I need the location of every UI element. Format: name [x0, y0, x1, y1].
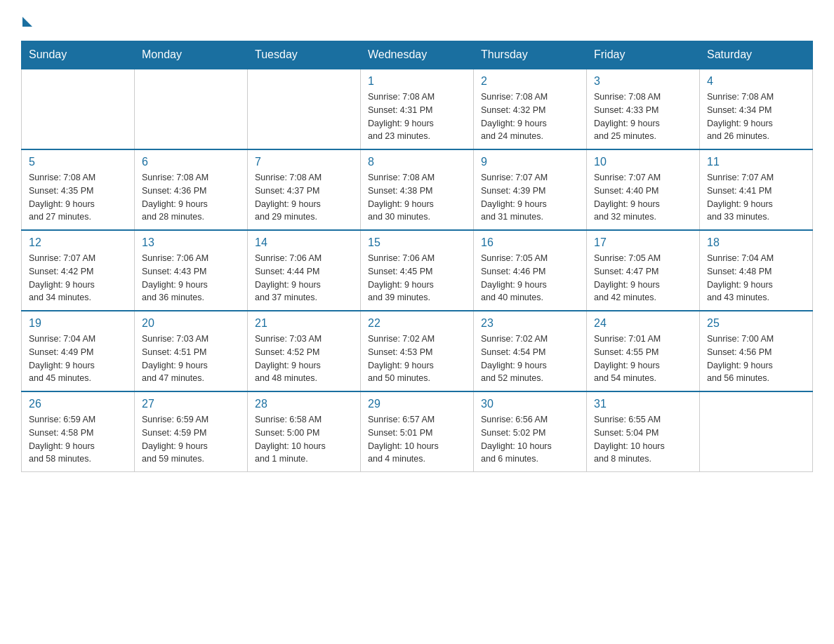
calendar-cell: 23Sunrise: 7:02 AM Sunset: 4:54 PM Dayli…	[474, 311, 587, 391]
calendar-cell	[135, 69, 248, 149]
calendar-cell: 16Sunrise: 7:05 AM Sunset: 4:46 PM Dayli…	[474, 230, 587, 311]
calendar-cell: 17Sunrise: 7:05 AM Sunset: 4:47 PM Dayli…	[587, 230, 700, 311]
day-header-wednesday: Wednesday	[361, 41, 474, 69]
calendar-cell: 10Sunrise: 7:07 AM Sunset: 4:40 PM Dayli…	[587, 149, 700, 230]
day-number: 2	[481, 75, 579, 88]
day-info: Sunrise: 7:08 AM Sunset: 4:38 PM Dayligh…	[368, 171, 466, 224]
day-number: 14	[255, 236, 353, 249]
day-number: 9	[481, 156, 579, 168]
week-row-3: 12Sunrise: 7:07 AM Sunset: 4:42 PM Dayli…	[22, 230, 813, 311]
day-header-friday: Friday	[587, 41, 700, 69]
day-info: Sunrise: 7:02 AM Sunset: 4:53 PM Dayligh…	[368, 333, 466, 385]
calendar-cell: 6Sunrise: 7:08 AM Sunset: 4:36 PM Daylig…	[135, 149, 248, 230]
day-info: Sunrise: 7:05 AM Sunset: 4:47 PM Dayligh…	[594, 252, 692, 304]
day-number: 12	[29, 236, 127, 249]
day-info: Sunrise: 7:02 AM Sunset: 4:54 PM Dayligh…	[481, 333, 579, 385]
calendar-cell: 22Sunrise: 7:02 AM Sunset: 4:53 PM Dayli…	[361, 311, 474, 391]
calendar-cell: 28Sunrise: 6:58 AM Sunset: 5:00 PM Dayli…	[248, 391, 361, 472]
day-info: Sunrise: 7:06 AM Sunset: 4:43 PM Dayligh…	[142, 252, 240, 304]
calendar-cell: 30Sunrise: 6:56 AM Sunset: 5:02 PM Dayli…	[474, 391, 587, 472]
day-number: 7	[255, 156, 353, 168]
day-number: 23	[481, 317, 579, 330]
calendar-cell: 15Sunrise: 7:06 AM Sunset: 4:45 PM Dayli…	[361, 230, 474, 311]
day-number: 29	[368, 398, 466, 410]
day-number: 15	[368, 236, 466, 249]
week-row-5: 26Sunrise: 6:59 AM Sunset: 4:58 PM Dayli…	[22, 391, 813, 472]
day-info: Sunrise: 6:58 AM Sunset: 5:00 PM Dayligh…	[255, 413, 353, 466]
day-header-monday: Monday	[135, 41, 248, 69]
calendar-cell: 19Sunrise: 7:04 AM Sunset: 4:49 PM Dayli…	[22, 311, 135, 391]
day-info: Sunrise: 7:06 AM Sunset: 4:45 PM Dayligh…	[368, 252, 466, 304]
day-info: Sunrise: 7:04 AM Sunset: 4:49 PM Dayligh…	[29, 333, 127, 385]
day-info: Sunrise: 7:08 AM Sunset: 4:35 PM Dayligh…	[29, 171, 127, 224]
calendar-cell: 26Sunrise: 6:59 AM Sunset: 4:58 PM Dayli…	[22, 391, 135, 472]
day-info: Sunrise: 7:03 AM Sunset: 4:51 PM Dayligh…	[142, 333, 240, 385]
day-number: 30	[481, 398, 579, 410]
day-number: 21	[255, 317, 353, 330]
calendar-cell: 2Sunrise: 7:08 AM Sunset: 4:32 PM Daylig…	[474, 69, 587, 149]
day-info: Sunrise: 7:08 AM Sunset: 4:37 PM Dayligh…	[255, 171, 353, 224]
day-info: Sunrise: 7:07 AM Sunset: 4:41 PM Dayligh…	[707, 171, 805, 224]
day-number: 16	[481, 236, 579, 249]
day-info: Sunrise: 6:56 AM Sunset: 5:02 PM Dayligh…	[481, 413, 579, 466]
calendar-cell: 25Sunrise: 7:00 AM Sunset: 4:56 PM Dayli…	[700, 311, 813, 391]
day-info: Sunrise: 7:07 AM Sunset: 4:39 PM Dayligh…	[481, 171, 579, 224]
calendar-cell	[248, 69, 361, 149]
day-number: 27	[142, 398, 240, 410]
calendar-cell: 7Sunrise: 7:08 AM Sunset: 4:37 PM Daylig…	[248, 149, 361, 230]
day-number: 6	[142, 156, 240, 168]
week-row-2: 5Sunrise: 7:08 AM Sunset: 4:35 PM Daylig…	[22, 149, 813, 230]
calendar-cell	[700, 391, 813, 472]
calendar-cell: 14Sunrise: 7:06 AM Sunset: 4:44 PM Dayli…	[248, 230, 361, 311]
calendar-header-row: SundayMondayTuesdayWednesdayThursdayFrid…	[22, 41, 813, 69]
day-number: 13	[142, 236, 240, 249]
day-info: Sunrise: 7:03 AM Sunset: 4:52 PM Dayligh…	[255, 333, 353, 385]
day-number: 11	[707, 156, 805, 168]
day-number: 8	[368, 156, 466, 168]
day-number: 24	[594, 317, 692, 330]
calendar-cell: 21Sunrise: 7:03 AM Sunset: 4:52 PM Dayli…	[248, 311, 361, 391]
day-info: Sunrise: 7:08 AM Sunset: 4:32 PM Dayligh…	[481, 90, 579, 143]
day-header-sunday: Sunday	[22, 41, 135, 69]
week-row-1: 1Sunrise: 7:08 AM Sunset: 4:31 PM Daylig…	[22, 69, 813, 149]
week-row-4: 19Sunrise: 7:04 AM Sunset: 4:49 PM Dayli…	[22, 311, 813, 391]
calendar-cell: 4Sunrise: 7:08 AM Sunset: 4:34 PM Daylig…	[700, 69, 813, 149]
day-number: 4	[707, 75, 805, 88]
calendar-cell: 9Sunrise: 7:07 AM Sunset: 4:39 PM Daylig…	[474, 149, 587, 230]
day-info: Sunrise: 6:59 AM Sunset: 4:58 PM Dayligh…	[29, 413, 127, 466]
day-info: Sunrise: 7:07 AM Sunset: 4:40 PM Dayligh…	[594, 171, 692, 224]
calendar-cell: 3Sunrise: 7:08 AM Sunset: 4:33 PM Daylig…	[587, 69, 700, 149]
calendar-cell: 27Sunrise: 6:59 AM Sunset: 4:59 PM Dayli…	[135, 391, 248, 472]
day-header-thursday: Thursday	[474, 41, 587, 69]
day-info: Sunrise: 7:00 AM Sunset: 4:56 PM Dayligh…	[707, 333, 805, 385]
day-number: 26	[29, 398, 127, 410]
calendar-cell: 8Sunrise: 7:08 AM Sunset: 4:38 PM Daylig…	[361, 149, 474, 230]
day-info: Sunrise: 6:55 AM Sunset: 5:04 PM Dayligh…	[594, 413, 692, 466]
logo-triangle-icon	[22, 17, 32, 27]
calendar-cell: 29Sunrise: 6:57 AM Sunset: 5:01 PM Dayli…	[361, 391, 474, 472]
day-header-saturday: Saturday	[700, 41, 813, 69]
day-number: 5	[29, 156, 127, 168]
calendar-cell: 24Sunrise: 7:01 AM Sunset: 4:55 PM Dayli…	[587, 311, 700, 391]
day-info: Sunrise: 7:06 AM Sunset: 4:44 PM Dayligh…	[255, 252, 353, 304]
day-number: 28	[255, 398, 353, 410]
day-number: 18	[707, 236, 805, 249]
day-info: Sunrise: 7:08 AM Sunset: 4:33 PM Dayligh…	[594, 90, 692, 143]
day-number: 22	[368, 317, 466, 330]
calendar-cell	[22, 69, 135, 149]
day-info: Sunrise: 6:57 AM Sunset: 5:01 PM Dayligh…	[368, 413, 466, 466]
day-number: 25	[707, 317, 805, 330]
calendar-cell: 18Sunrise: 7:04 AM Sunset: 4:48 PM Dayli…	[700, 230, 813, 311]
calendar-cell: 5Sunrise: 7:08 AM Sunset: 4:35 PM Daylig…	[22, 149, 135, 230]
day-info: Sunrise: 7:04 AM Sunset: 4:48 PM Dayligh…	[707, 252, 805, 304]
day-number: 10	[594, 156, 692, 168]
day-info: Sunrise: 7:01 AM Sunset: 4:55 PM Dayligh…	[594, 333, 692, 385]
calendar-cell: 1Sunrise: 7:08 AM Sunset: 4:31 PM Daylig…	[361, 69, 474, 149]
day-number: 19	[29, 317, 127, 330]
day-number: 3	[594, 75, 692, 88]
day-info: Sunrise: 7:08 AM Sunset: 4:34 PM Dayligh…	[707, 90, 805, 143]
day-number: 31	[594, 398, 692, 410]
day-number: 20	[142, 317, 240, 330]
day-number: 1	[368, 75, 466, 88]
calendar-cell: 11Sunrise: 7:07 AM Sunset: 4:41 PM Dayli…	[700, 149, 813, 230]
